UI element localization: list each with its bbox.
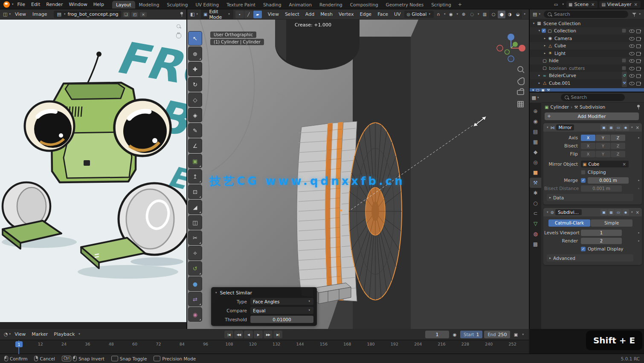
realtime-toggle[interactable]: ▭ [615,209,622,216]
tool-spin[interactable]: ↺ [189,262,202,275]
threshold-field[interactable]: 0.01000 [250,316,313,323]
tool-rotate[interactable]: ↻ [189,78,202,91]
auto-keying-icon[interactable]: ◉ [451,331,458,338]
edit-mode-toggle[interactable]: ▦ [608,209,615,216]
camera-icon[interactable] [636,43,641,48]
open-image-icon[interactable]: ◰ [131,12,139,17]
properties-tab-particles[interactable]: ✱ [530,188,541,198]
eye-icon[interactable] [629,58,634,63]
jump-start-button[interactable]: |◀ [224,331,233,338]
axis-y-button[interactable]: Y [596,135,610,141]
outliner-item-b-ziercurve[interactable]: ▸≈BézierCurve↺ [530,72,644,80]
mode-selector[interactable]: ▣ Edit Mode ▾ [201,9,233,21]
properties-tab-texture[interactable]: ▩ [530,239,541,249]
camera-icon[interactable] [636,81,641,86]
tool-bevel[interactable]: ◢ [189,200,202,214]
clipping-checkbox[interactable] [581,170,586,175]
checkbox-icon[interactable] [622,58,626,63]
data-subpanel[interactable]: ▸Data [547,194,633,201]
eye-icon[interactable] [629,73,634,78]
xray-toggle-icon[interactable]: ▥ [481,11,488,18]
next-keyframe-button[interactable]: ▶▶ [264,331,273,338]
viewport-menu-mesh[interactable]: Mesh [317,11,336,18]
add-workspace-button[interactable]: + [455,1,465,8]
properties-editor-type-icon[interactable]: ▩ [532,95,536,101]
on-cage-toggle[interactable]: ▣ [600,124,607,131]
workspace-tab-compositing[interactable]: Compositing [346,1,382,9]
render-levels-field[interactable]: 2 [581,238,622,244]
viewport-menu-face[interactable]: Face [374,11,391,18]
timeline-editor-type-icon[interactable]: ◔ [4,331,8,337]
image-editor-type-icon[interactable]: ◫ [3,12,7,17]
properties-tab-constraints[interactable]: ⊂ [530,208,541,219]
play-button[interactable]: ▶ [254,331,263,338]
extras-dropdown-icon[interactable]: ▾ [631,126,633,129]
eye-icon[interactable] [629,81,634,86]
camera-icon[interactable] [636,58,641,63]
properties-tab-object[interactable]: ■ [530,167,541,178]
workspace-tab-geometry-nodes[interactable]: Geometry Nodes [382,1,428,9]
animate-dot[interactable] [638,232,639,233]
viewport-menu-edge[interactable]: Edge [357,11,374,18]
chevron-down-icon[interactable]: ▾ [12,3,14,6]
modifier-name-field[interactable]: Subdivision [555,209,582,215]
pin-icon[interactable] [636,104,641,110]
tool-smooth[interactable]: ● [189,277,202,291]
checkbox-icon[interactable] [622,66,626,70]
viewport-menu-add[interactable]: Add [302,11,317,18]
outliner-search-input[interactable]: Search [544,11,629,18]
delete-modifier-icon[interactable]: × [636,125,639,130]
close-icon[interactable]: × [590,2,595,7]
jump-end-button[interactable]: ▶| [273,331,282,338]
tool-poly-build[interactable]: ✧ [189,246,202,260]
animate-dot[interactable] [638,137,639,138]
viewport-menu-vertex[interactable]: Vertex [336,11,357,18]
flip-z-button[interactable]: Z [611,151,625,157]
delete-modifier-icon[interactable]: × [636,210,639,215]
workspace-tab-layout[interactable]: Layout [112,1,135,9]
wheel-mesh[interactable] [297,121,402,301]
on-cage-toggle[interactable]: ▣ [600,209,607,216]
breadcrumb-modifier[interactable]: Subdivision [580,104,605,109]
properties-tab-render[interactable]: ◉ [530,116,541,127]
camera-icon[interactable] [636,73,641,78]
snap-magnet-icon[interactable]: ∩ [435,11,442,18]
menu-help[interactable]: Help [90,1,107,8]
tool-inset-faces[interactable]: ⊡ [189,185,202,199]
end-frame-field[interactable]: End250 [484,331,510,338]
camera-icon[interactable] [636,51,641,56]
timeline-menu-view[interactable]: View [12,331,29,338]
selected-row-partial[interactable]: ▾▢▣⚒ [530,88,644,92]
zoom-icon[interactable] [176,24,181,29]
workspace-tab-scripting[interactable]: Scripting [427,1,455,9]
merge-checkbox[interactable]: ✓ [581,178,586,183]
viewport-menu-select[interactable]: Select [282,11,302,18]
collapse-icon[interactable]: ▾ [547,211,548,214]
edge-select-button[interactable]: ╱ [244,11,253,18]
catmull-clark-button[interactable]: Catmull-Clark [548,219,590,227]
animate-dot[interactable] [638,180,639,181]
extras-dropdown-icon[interactable]: ▾ [631,211,633,214]
workspace-tab-modeling[interactable]: Modeling [135,1,163,9]
workspace-tab-rendering[interactable]: Rendering [316,1,346,9]
shading-material-icon[interactable]: ◑ [506,11,513,18]
workspace-tab-animation[interactable]: Animation [285,1,316,9]
menu-window[interactable]: Window [66,1,90,8]
axis-z-button[interactable]: Z [611,135,625,141]
menu-render[interactable]: Render [43,1,66,8]
camera-icon[interactable] [636,66,641,71]
properties-tab-world[interactable]: ◎ [530,157,541,167]
image-datablock-selector[interactable]: ▤▾ frog_bot_concept.png [54,11,121,18]
compare-dropdown[interactable]: Equal▾ [250,307,313,314]
outliner-item-camera[interactable]: ▸◉Camera [530,35,644,42]
eye-icon[interactable] [629,36,634,41]
outliner-item-collection[interactable]: ▾✓▢Collection [530,27,644,35]
keying-set-icon[interactable]: ▣ [512,331,519,338]
editor-layout-icon[interactable]: ▭ [552,1,560,9]
subdivision-panel-header[interactable]: ▾ ⊚ Subdivision ▣ ▦ ▭ ◉ ▾ × [543,208,642,216]
outliner-item-hide[interactable]: ▢hide [530,57,644,65]
realtime-toggle[interactable]: ▭ [615,124,622,131]
tool-measure[interactable]: ∠ [189,139,202,153]
loop-icon[interactable]: ↺ [622,72,627,79]
copy-image-icon[interactable]: ❏ [123,12,130,17]
